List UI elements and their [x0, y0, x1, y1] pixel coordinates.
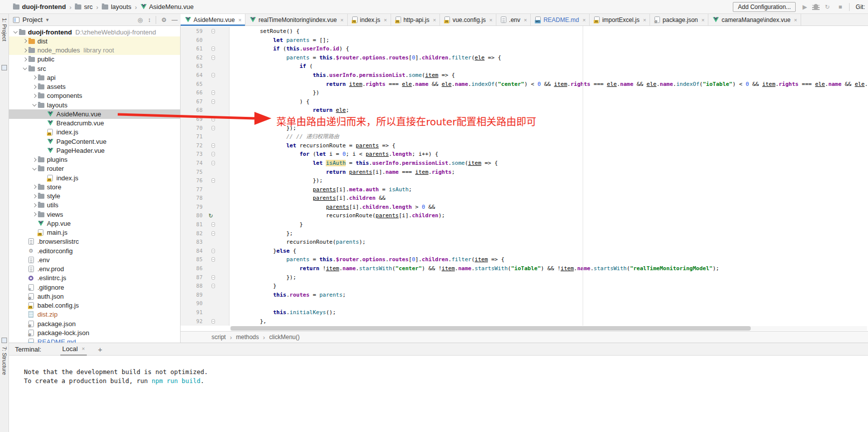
fold-marker-icon[interactable] [212, 29, 215, 33]
fold-marker-icon[interactable] [212, 249, 215, 253]
code-line[interactable]: 88 } [181, 282, 868, 291]
tree-item-.editorconfig[interactable]: ⚙.editorconfig [9, 246, 180, 255]
tree-item-assets[interactable]: assets [9, 82, 180, 91]
tree-item-AsideMenu.vue[interactable]: AsideMenu.vue [9, 109, 180, 118]
fold-marker-icon[interactable] [212, 161, 215, 165]
close-icon[interactable]: × [524, 17, 527, 23]
chevron-right-icon[interactable] [21, 56, 28, 63]
chevron-right-icon[interactable] [31, 156, 38, 163]
editor-tab[interactable]: realTimeMonitoring\index.vue× [245, 14, 347, 25]
breadcrumb-item[interactable]: AsideMenu.vue [141, 3, 194, 10]
tree-item-layouts[interactable]: layouts [9, 100, 180, 109]
chevron-down-icon[interactable] [31, 101, 38, 108]
run-icon[interactable]: ▶ [801, 3, 809, 10]
close-icon[interactable]: × [384, 17, 387, 23]
code-line[interactable]: 91 this.initialKeys(); [181, 308, 868, 317]
fold-marker-icon[interactable] [212, 257, 215, 262]
debug-icon[interactable] [814, 4, 818, 10]
code-line[interactable]: 76 }); [181, 176, 868, 185]
fold-marker-icon[interactable] [212, 46, 215, 51]
code-line[interactable]: 61 if (this.userInfo.id) { [181, 44, 868, 53]
code-line[interactable]: 64 this.userInfo.permissionList.some(ite… [181, 71, 868, 80]
code-line[interactable]: 59 setRoute() { [181, 27, 868, 36]
tree-item-public[interactable]: public [9, 55, 180, 64]
tree-item-PageHeader.vue[interactable]: PageHeader.vue [9, 146, 180, 155]
tree-item-dist.zip[interactable]: dist.zip [9, 310, 180, 319]
code-line[interactable]: 90 [181, 299, 868, 308]
horizontal-scrollbar[interactable] [230, 326, 867, 331]
hide-panel-icon[interactable]: — [172, 16, 178, 23]
fold-marker-icon[interactable] [212, 117, 215, 121]
tree-item-router[interactable]: router [9, 164, 180, 173]
code-line[interactable]: 83 recursionRoute(parents); [181, 238, 868, 247]
fold-marker-icon[interactable] [212, 319, 215, 324]
terminal-tab-local[interactable]: Local × [60, 343, 87, 356]
code-line[interactable]: 92 }, [181, 317, 868, 326]
editor-tab[interactable]: JSimportExcel.js× [590, 14, 650, 25]
chevron-right-icon[interactable] [31, 202, 38, 209]
tree-item-duoji-frontend[interactable]: duoji-frontendD:\zheheWeb\duoji-frontend [9, 27, 180, 36]
git-branch-label[interactable]: Git: [856, 3, 865, 10]
code-line[interactable]: 77 parents[i].meta.auth = isAuth; [181, 185, 868, 194]
code-line[interactable]: 81 } [181, 220, 868, 229]
close-icon[interactable]: × [82, 346, 85, 352]
code-editor[interactable]: 59 setRoute() {60 let parents = [];61 if… [181, 26, 868, 343]
tree-item-views[interactable]: views [9, 210, 180, 219]
fold-marker-icon[interactable] [212, 275, 215, 280]
collapse-all-icon[interactable]: ↕ [148, 16, 151, 23]
code-line[interactable]: 86 return !item.name.startsWith("center"… [181, 264, 868, 273]
run-with-coverage-icon[interactable]: ↻ [823, 3, 831, 10]
fold-marker-icon[interactable] [212, 152, 215, 156]
code-line[interactable]: 87 }); [181, 273, 868, 282]
editor-breadcrumb-item[interactable]: clickMenu() [269, 334, 299, 341]
tree-item-.eslintrc.js[interactable]: .eslintrc.js [9, 274, 180, 283]
tree-item-utils[interactable]: utils [9, 201, 180, 210]
editor-tab[interactable]: .env× [496, 14, 531, 25]
tree-item-dist[interactable]: dist [9, 36, 180, 45]
code-line[interactable]: 89 this.routes = parents; [181, 291, 868, 300]
code-line[interactable]: 84 }else { [181, 247, 868, 256]
fold-marker-icon[interactable] [212, 143, 215, 148]
breadcrumb-item[interactable]: layouts [102, 3, 131, 10]
code-line[interactable]: 79 parents[i].children.length > 0 && [181, 203, 868, 212]
code-line[interactable]: 78 parents[i].children && [181, 194, 868, 203]
new-terminal-icon[interactable]: + [98, 345, 102, 354]
code-line[interactable]: 85 parents = this.$router.options.routes… [181, 255, 868, 264]
code-line[interactable]: 74 let isAuth = this.userInfo.permission… [181, 159, 868, 168]
editor-breadcrumb-item[interactable]: methods [236, 334, 259, 341]
chevron-right-icon[interactable] [31, 183, 38, 190]
fold-marker-icon[interactable] [212, 231, 215, 236]
tree-item-src[interactable]: src [9, 64, 180, 73]
tree-item-.env.prod[interactable]: .env.prod [9, 265, 180, 274]
chevron-right-icon[interactable] [31, 211, 38, 218]
fold-marker-icon[interactable] [212, 55, 215, 60]
tree-item-PageContent.vue[interactable]: PageContent.vue [9, 137, 180, 146]
code-line[interactable]: 62 parents = this.$router.options.routes… [181, 53, 868, 62]
tree-item-.browserslistrc[interactable]: .browserslistrc [9, 237, 180, 246]
fold-marker-icon[interactable] [212, 178, 215, 183]
editor-tab[interactable]: JSindex.js× [348, 14, 391, 25]
chevron-down-icon[interactable] [12, 28, 19, 35]
fold-marker-icon[interactable] [212, 73, 215, 77]
close-icon[interactable]: × [643, 17, 646, 23]
editor-tab[interactable]: MDREADME.md× [531, 14, 590, 25]
tree-item-.gitignore[interactable]: ⊘.gitignore [9, 283, 180, 292]
code-line[interactable]: 60 let parents = []; [181, 36, 868, 45]
chevron-right-icon[interactable] [31, 74, 38, 81]
code-line[interactable]: 66 }) [181, 88, 868, 97]
tree-item-main.js[interactable]: JSmain.js [9, 228, 180, 237]
chevron-right-icon[interactable] [21, 37, 28, 44]
fold-marker-icon[interactable] [212, 90, 215, 95]
tree-item-Breadcrumb.vue[interactable]: Breadcrumb.vue [9, 119, 180, 128]
editor-tab[interactable]: AsideMenu.vue× [181, 14, 245, 25]
editor-breadcrumb-item[interactable]: script [212, 334, 226, 341]
tree-item-README.md[interactable]: MDREADME.md [9, 338, 180, 343]
structure-icon[interactable] [1, 338, 7, 343]
code-line[interactable]: 65 return item.rights === ele.name && el… [181, 80, 868, 89]
tree-item-components[interactable]: components [9, 91, 180, 100]
close-icon[interactable]: × [583, 17, 586, 23]
code-line[interactable]: 80↻ recursionRoute(parents[i].children); [181, 211, 868, 220]
chevron-down-icon[interactable]: ▼ [45, 17, 49, 22]
tree-item-App.vue[interactable]: App.vue [9, 219, 180, 228]
close-icon[interactable]: × [489, 17, 492, 23]
